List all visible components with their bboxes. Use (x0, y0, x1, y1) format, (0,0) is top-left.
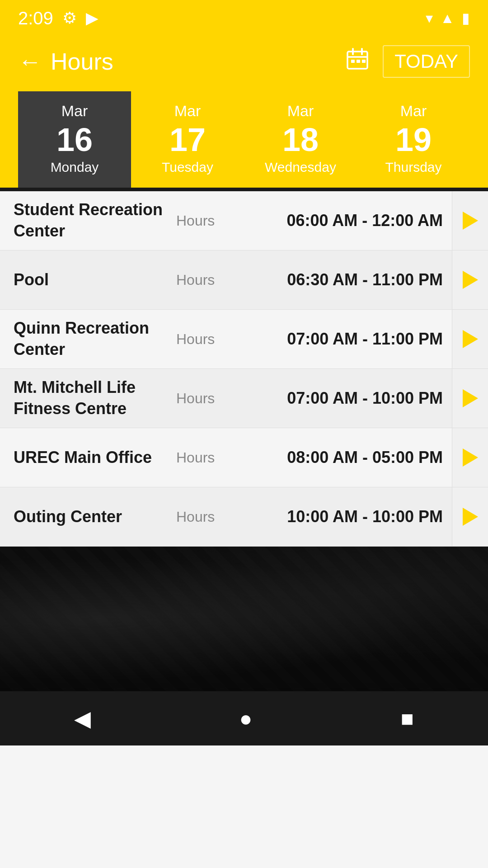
facility-time-1: 06:30 AM - 11:00 PM (249, 270, 452, 289)
date-day-3: Thursday (385, 160, 441, 175)
facility-arrow-3 (452, 369, 488, 428)
facility-hours-label-2: Hours (176, 331, 249, 348)
date-month-0: Mar (61, 102, 88, 120)
facility-name-3: Mt. Mitchell Life Fitness Centre (14, 377, 176, 420)
page-title: Hours (51, 48, 113, 75)
nav-recents-button[interactable]: ■ (401, 706, 414, 731)
nav-back-button[interactable]: ◀ (74, 706, 91, 731)
calendar-icon[interactable] (346, 47, 369, 76)
facilities-list: Student Recreation Center Hours 06:00 AM… (0, 191, 488, 547)
battery-icon: ▮ (462, 9, 470, 27)
facility-arrow-1 (452, 250, 488, 309)
date-month-2: Mar (287, 102, 314, 120)
date-num-2: 18 (282, 123, 319, 156)
facility-name-0: Student Recreation Center (14, 199, 176, 242)
date-picker: Mar 16 Monday Mar 17 Tuesday Mar 18 Wedn… (18, 91, 470, 188)
facility-row-outing[interactable]: Outing Center Hours 10:00 AM - 10:00 PM (0, 487, 488, 547)
date-day-0: Monday (51, 160, 99, 175)
header: ← Hours TODAY Mar 16 Monday (0, 36, 488, 188)
facility-arrow-2 (452, 310, 488, 368)
facility-name-4: UREC Main Office (14, 447, 176, 468)
facility-time-0: 06:00 AM - 12:00 AM (249, 211, 452, 230)
date-month-3: Mar (400, 102, 427, 120)
facility-arrow-4 (452, 428, 488, 487)
date-num-3: 19 (395, 123, 432, 156)
bottom-image (0, 547, 488, 691)
facility-time-5: 10:00 AM - 10:00 PM (249, 507, 452, 526)
facility-hours-label-1: Hours (176, 272, 249, 288)
header-right: TODAY (346, 45, 470, 78)
date-cell-mar18[interactable]: Mar 18 Wednesday (244, 91, 357, 188)
facility-time-2: 07:00 AM - 11:00 PM (249, 330, 452, 349)
status-time: 2:09 (18, 8, 53, 28)
date-month-1: Mar (174, 102, 201, 120)
chevron-right-icon-5 (463, 508, 478, 526)
settings-icon: ⚙ (62, 9, 77, 28)
nav-bar: ◀ ● ■ (0, 691, 488, 745)
facility-arrow-0 (452, 191, 488, 250)
facility-time-3: 07:00 AM - 10:00 PM (249, 389, 452, 408)
date-num-1: 17 (169, 123, 206, 156)
date-day-1: Tuesday (162, 160, 213, 175)
facility-name-1: Pool (14, 269, 176, 291)
facility-time-4: 08:00 AM - 05:00 PM (249, 448, 452, 467)
svg-rect-4 (351, 60, 355, 63)
header-top: ← Hours TODAY (18, 45, 470, 78)
nav-home-button[interactable]: ● (239, 706, 252, 731)
status-right: ▾ ▲ ▮ (426, 9, 470, 27)
chevron-right-icon-0 (463, 212, 478, 230)
chevron-right-icon-1 (463, 271, 478, 289)
date-divider (0, 188, 488, 191)
facility-hours-label-3: Hours (176, 390, 249, 407)
status-bar: 2:09 ⚙ ▶ ▾ ▲ ▮ (0, 0, 488, 36)
facility-row-mitchell[interactable]: Mt. Mitchell Life Fitness Centre Hours 0… (0, 369, 488, 428)
chevron-right-icon-3 (463, 389, 478, 407)
svg-rect-5 (357, 60, 360, 63)
status-left: 2:09 ⚙ ▶ (18, 8, 99, 28)
today-button[interactable]: TODAY (383, 45, 470, 78)
facility-row-urec[interactable]: UREC Main Office Hours 08:00 AM - 05:00 … (0, 428, 488, 487)
facility-row-src[interactable]: Student Recreation Center Hours 06:00 AM… (0, 191, 488, 250)
facility-row-quinn[interactable]: Quinn Recreation Center Hours 07:00 AM -… (0, 310, 488, 369)
signal-icon: ▲ (440, 10, 455, 27)
date-num-0: 16 (56, 123, 93, 156)
svg-rect-6 (362, 60, 366, 63)
date-day-2: Wednesday (265, 160, 336, 175)
facility-hours-label-4: Hours (176, 449, 249, 466)
header-left: ← Hours (18, 48, 113, 75)
facility-hours-label-0: Hours (176, 212, 249, 229)
date-cell-mar17[interactable]: Mar 17 Tuesday (131, 91, 244, 188)
date-cell-mar19[interactable]: Mar 19 Thursday (357, 91, 470, 188)
shield-icon: ▶ (86, 9, 99, 28)
facility-row-pool[interactable]: Pool Hours 06:30 AM - 11:00 PM (0, 250, 488, 310)
facility-name-5: Outing Center (14, 506, 176, 528)
facility-arrow-5 (452, 487, 488, 546)
back-button[interactable]: ← (18, 50, 42, 73)
date-cell-mar16[interactable]: Mar 16 Monday (18, 91, 131, 188)
facility-hours-label-5: Hours (176, 509, 249, 525)
facility-name-2: Quinn Recreation Center (14, 318, 176, 360)
wifi-icon: ▾ (426, 9, 433, 27)
chevron-right-icon-4 (463, 448, 478, 467)
chevron-right-icon-2 (463, 330, 478, 348)
